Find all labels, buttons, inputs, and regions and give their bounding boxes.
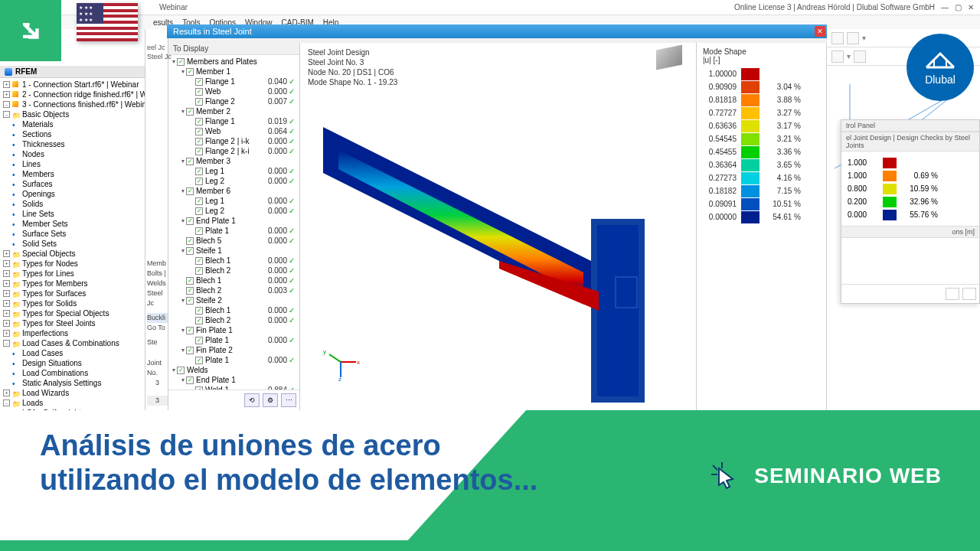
tree-row[interactable]: ▾End Plate 1 [168,216,299,226]
tree-row[interactable]: Leg 20.000✓ [168,176,299,186]
tree-row[interactable]: ▾Member 6 [168,186,299,196]
banner-line-1: Análisis de uniones de acero [40,429,537,463]
tool-icon[interactable] [854,51,866,63]
svg-marker-1 [338,150,583,295]
tree-row[interactable]: Blech 10.000✓ [168,305,299,315]
title-bar: Webinar Online License 3 | Andreas Hörol… [0,0,980,15]
tree-row[interactable]: ▾Steife 1 [168,246,299,256]
nav-item[interactable]: -Basic Objects [0,109,145,119]
tree-row[interactable]: Blech 10.000✓ [168,276,299,285]
tree-row[interactable]: ▾Fin Plate 2 [168,345,299,355]
nav-item[interactable]: +Special Objects [0,249,145,259]
tool-icon[interactable] [831,32,844,44]
tree-row[interactable]: Web0.064✓ [168,126,299,136]
svg-text:z: z [338,376,341,381]
dlg-btn-2[interactable]: ⚙ [263,393,278,407]
tree-row[interactable]: ▾Member 1 [168,67,299,77]
nav-item[interactable]: Thicknesses [0,139,145,149]
nav-item[interactable]: Line Sets [0,209,145,219]
banner-line-2: utilizando el modelo de elementos... [40,463,537,497]
nav-item[interactable]: Openings [0,189,145,199]
nav-item[interactable]: Sections [0,129,145,139]
design-row: 0.20032.96 % [841,195,979,208]
legend-row: 0.181827.15 % [703,184,820,197]
tree-row[interactable]: Blech 20.000✓ [168,266,299,276]
min-icon[interactable]: — [941,3,949,11]
tool-icon[interactable] [831,51,844,63]
design-check-panel: trol Panel el Joint Design | Design Chec… [841,119,980,304]
tree-row[interactable]: Flange 10.019✓ [168,116,299,126]
tree-row[interactable]: Flange 20.007✓ [168,96,299,106]
nav-item[interactable]: Solids [0,199,145,209]
viewport-info: Steel Joint Design Steel Joint No. 3 Nod… [308,47,397,87]
nav-item[interactable]: Lines [0,159,145,169]
nav-item[interactable]: -3 - Connections finished.rf6* | Webinar [0,99,145,109]
nav-item[interactable]: +Types for Solids [0,298,145,308]
legend-row: 0.818183.88 % [703,93,820,106]
tree-row[interactable]: ▾Member 3 [168,156,299,166]
nav-item[interactable]: +Types for Surfaces [0,289,145,298]
tree-row[interactable]: Plate 10.000✓ [168,335,299,345]
tree-row[interactable]: Blech 20.003✓ [168,285,299,295]
nav-item[interactable]: +Load Wizards [0,388,145,398]
tree-row[interactable]: Plate 10.000✓ [168,355,299,365]
results-tree[interactable]: ▾Members and Plates▾Member 1Flange 10.04… [168,55,299,390]
nav-item[interactable]: +Types for Steel Joints [0,318,145,328]
nav-item[interactable]: Static Analysis Settings [0,378,145,388]
nav-item[interactable]: Materials [0,119,145,129]
tree-row[interactable]: ▾Members and Plates [168,57,299,67]
nav-item[interactable]: +Types for Nodes [0,259,145,269]
tree-row[interactable]: Flange 2 | i-k0.000✓ [168,136,299,146]
tree-row[interactable]: Plate 10.000✓ [168,226,299,236]
axis-gizmo: x y z [322,343,360,383]
title-suffix: Webinar [159,3,188,11]
svg-line-19 [713,465,717,470]
nav-item[interactable]: +Imperfections [0,328,145,338]
tree-row[interactable]: Blech 10.000✓ [168,256,299,266]
tree-row[interactable]: ▾Steife 2 [168,295,299,305]
nav-item[interactable]: Nodes [0,149,145,159]
dialog-title-bar: Results in Steel Joint ✕ [167,24,827,38]
tree-row[interactable]: ▾Member 2 [168,106,299,116]
nav-item[interactable]: -Loads [0,398,145,408]
nav-item[interactable]: Load Combinations [0,368,145,378]
tree-row[interactable]: ▾Welds [168,365,299,375]
panel-btn[interactable] [946,288,959,300]
dlg-btn-3[interactable]: ⋯ [281,393,296,407]
nav-item[interactable]: +1 - Connection Start.rf6* | Webinar [0,80,145,90]
nav-item[interactable]: Member Sets [0,219,145,229]
tree-row[interactable]: Flange 10.040✓ [168,77,299,86]
tree-row[interactable]: Blech 20.000✓ [168,315,299,325]
nav-item[interactable]: +Types for Special Objects [0,308,145,318]
dialog-toolbar: ⟲ ⚙ ⋯ [168,390,299,410]
max-icon[interactable]: ▢ [955,3,962,11]
nav-item[interactable]: Solid Sets [0,239,145,249]
nav-item[interactable]: +Types for Members [0,279,145,289]
nav-item[interactable]: Surface Sets [0,229,145,239]
tree-row[interactable]: ▾Fin Plate 1 [168,325,299,335]
nav-item[interactable]: -Load Cases & Combinations [0,338,145,348]
nav-item[interactable]: Design Situations [0,358,145,368]
nav-item[interactable]: Load Cases [0,348,145,358]
dialog-close-icon[interactable]: ✕ [815,26,825,37]
viewport-3d[interactable]: Steel Joint Design Steel Joint No. 3 Nod… [300,43,697,410]
dlg-btn-1[interactable]: ⟲ [244,393,260,407]
tree-row[interactable]: Web0.000✓ [168,86,299,96]
nav-item[interactable]: +Types for Lines [0,269,145,279]
nav-item[interactable]: Members [0,169,145,179]
close-icon[interactable]: ✕ [968,3,974,11]
webinar-label: SEMINARIO WEB [754,464,942,488]
tree-row[interactable]: Leg 10.000✓ [168,196,299,206]
tree-row[interactable]: Flange 2 | k-i0.000✓ [168,146,299,156]
tree-row[interactable]: ▾End Plate 1 [168,375,299,385]
tree-row[interactable]: Blech 50.000✓ [168,236,299,246]
panel-btn[interactable] [962,288,976,300]
nav-item[interactable]: +2 - Connection ridge finished.rf6* | We… [0,90,145,99]
nav-item[interactable]: Surfaces [0,179,145,189]
tree-row[interactable]: Leg 20.000✓ [168,206,299,216]
tree-row[interactable]: Leg 10.000✓ [168,166,299,176]
view-cube-icon[interactable] [656,47,688,80]
legend-row: 0.363643.65 % [703,158,820,171]
tool-icon[interactable] [847,32,859,44]
nav-root[interactable]: RFEM [0,66,145,78]
